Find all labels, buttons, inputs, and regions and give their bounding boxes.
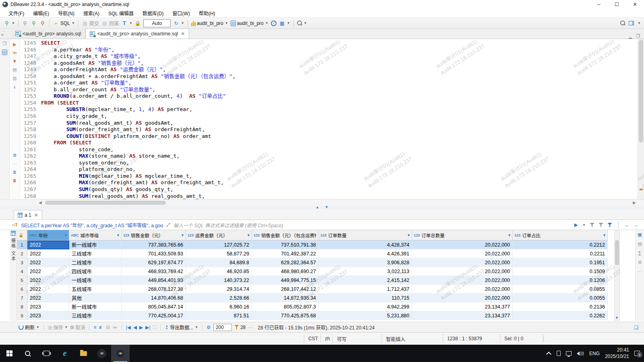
grid-cell[interactable]: 805,052,807.3 — [252, 302, 319, 311]
grid-cell[interactable]: 871.51 — [186, 311, 252, 320]
grid-cell[interactable]: 23,134,377 — [412, 311, 513, 320]
grid-cell[interactable]: 新一线城市 — [69, 302, 122, 311]
execute-script-icon[interactable]: ≫ — [12, 50, 18, 56]
pinned-app-button[interactable] — [93, 345, 111, 362]
code-line[interactable]: 1267 SUM(goods_qty) AS goods_qty_t, — [20, 186, 637, 193]
grid-cell[interactable]: 805,045,847.14 — [122, 302, 186, 311]
side-tab-text[interactable]: 文本 — [10, 251, 17, 261]
refs-panel-icon[interactable]: ⚙ — [637, 259, 643, 265]
grid-cell[interactable]: 20,022,000 — [412, 294, 513, 302]
close-button[interactable]: ✕ — [626, 0, 644, 9]
row-number-cell[interactable]: 1 — [17, 241, 27, 249]
grid-cell[interactable]: 2022 — [27, 276, 69, 285]
grid-cell[interactable]: 1,712,437 — [319, 285, 412, 294]
minimize-view-icon[interactable]: ▁ — [629, 33, 632, 39]
metadata-panel-icon[interactable]: ▤ — [637, 241, 643, 247]
grid-cell[interactable]: 268,078,127.38 — [122, 285, 186, 294]
toolbar-search-button[interactable]: ▼ — [296, 19, 308, 28]
grid-cell[interactable]: 三线城市 — [69, 311, 122, 320]
editor-vertical-scrollbar[interactable] — [638, 39, 644, 199]
internet-explorer-button[interactable]: e — [56, 345, 74, 362]
save-button[interactable]: ◎保存▼ — [48, 324, 68, 331]
grid-cell[interactable]: 0.2262 — [513, 311, 608, 320]
menu-item[interactable]: 编辑(E) — [29, 9, 54, 17]
column-header[interactable]: 123订单总数量▼ — [412, 230, 513, 241]
more-dots-icon[interactable]: ⋯ — [12, 161, 18, 167]
last-page-icon[interactable]: ▶| — [145, 325, 150, 330]
column-header[interactable]: ABC年份▼ — [27, 230, 69, 241]
calc-panel-icon[interactable]: ∑ — [637, 250, 643, 256]
filter-dropdown-icon[interactable]: ▼ — [314, 233, 317, 237]
code-line[interactable]: 1256 city_grade_t, — [20, 113, 637, 120]
maximize-button[interactable]: ☐ — [608, 0, 626, 9]
grid-cell[interactable]: 20,022,000 — [412, 241, 513, 249]
grid-cell[interactable]: 468,933,769.42 — [122, 267, 186, 276]
row-number-cell[interactable]: 4 — [17, 267, 27, 276]
code-line[interactable]: 1263 system_order_no, — [20, 160, 637, 167]
code-line[interactable]: 1251 a.order_amt AS "订单数量", — [20, 80, 637, 86]
filter-dropdown-icon[interactable]: ▼ — [181, 233, 184, 237]
grid-cell[interactable]: 0.2136 — [513, 302, 608, 311]
code-line[interactable]: 1247 a.city_grade_t AS "城市等级", — [20, 53, 637, 60]
fetch-size-input[interactable]: 200 — [213, 324, 232, 331]
grid-cell[interactable]: 770,425,004.17 — [122, 311, 186, 320]
grid-cell[interactable]: 20,022,000 — [412, 258, 513, 267]
fetch-page-icon[interactable]: ⛶ — [153, 325, 156, 330]
scrollbar-thumb[interactable] — [639, 40, 643, 142]
explain-plan-icon[interactable]: ▼ — [12, 58, 18, 64]
cancel-button[interactable]: ⊠取消 — [70, 324, 85, 331]
code-line[interactable]: 1261 store_code, — [20, 146, 637, 153]
settings-gear-icon[interactable]: ⚙ — [12, 152, 18, 158]
lock-button[interactable]: 🔒 — [134, 19, 142, 28]
expand-filter-icon[interactable]: ⤢ — [166, 222, 170, 228]
row-number-cell[interactable]: 5 — [17, 276, 27, 285]
filter-dropdown-icon[interactable]: ▼ — [116, 233, 120, 237]
editor-horizontal-scrollbar[interactable]: ◀ ▶ — [0, 199, 644, 206]
prev-page-icon[interactable]: ◀ — [133, 325, 137, 330]
restore-panel-icon[interactable]: ❐ — [2, 41, 8, 46]
code-area[interactable]: 1245SELECT1246 a.perYear AS "年份",1247 a.… — [20, 40, 637, 199]
row-number-cell[interactable]: 8 — [17, 302, 27, 311]
grid-cell[interactable]: 2022 — [27, 241, 69, 249]
column-header[interactable]: 123运费金额（元）▼ — [186, 230, 252, 241]
grid-cell[interactable]: 0.1951 — [513, 258, 608, 267]
grid-cell[interactable]: 110,715 — [319, 294, 412, 302]
task-view-button[interactable] — [37, 345, 56, 362]
database-selector[interactable]: audit_bi_pro▼ — [229, 19, 270, 28]
menu-item[interactable]: 帮助(H) — [194, 9, 220, 17]
grid-cell[interactable]: 二线城市 — [69, 258, 122, 267]
duplicate-row-icon[interactable]: ≢ — [99, 325, 103, 330]
grid-cell[interactable]: 20,022,000 — [412, 276, 513, 285]
grid-cell[interactable]: 737,510,791.38 — [252, 241, 319, 249]
perspective-icon[interactable] — [629, 21, 634, 25]
row-number-cell[interactable]: 3 — [17, 258, 27, 267]
row-number-cell[interactable]: 2 — [17, 249, 27, 258]
database-navigator-icon[interactable] — [2, 49, 8, 55]
value-viewer-icon[interactable]: ▦ — [637, 232, 643, 237]
action-center-icon[interactable]: 1 — [634, 351, 640, 356]
scroll-left-icon[interactable]: ◀ — [39, 200, 42, 205]
scroll-right-icon[interactable]: ▶ — [633, 200, 636, 205]
grid-cell[interactable]: 629,282,364.57 — [252, 258, 319, 267]
code-line[interactable]: 1254FROM (SELECT — [20, 100, 637, 107]
tab-close-icon[interactable]: ✕ — [181, 31, 185, 37]
grid-cell[interactable]: 四线城市 — [69, 267, 122, 276]
tab-analysis-sql[interactable]: <audit_bi_pro> analysis.sql — [11, 29, 85, 39]
grid-settings-gear-icon[interactable]: ⚙ — [206, 325, 211, 330]
transaction-log-button[interactable]: T▼ — [120, 19, 134, 28]
grid-cell[interactable]: 701,433,509.93 — [122, 249, 186, 258]
code-line[interactable]: 1262 MAX(store_name) AS store_name_t, — [20, 153, 637, 160]
connection-selector[interactable]: audit_bi_pro▼ — [190, 19, 229, 28]
clear-filter-icon[interactable] — [590, 223, 594, 227]
grid-cell[interactable]: 84,689.8 — [186, 258, 252, 267]
export-result-icon[interactable]: ⤓ — [12, 84, 18, 89]
chevron-down-icon[interactable]: ▼ — [638, 21, 641, 25]
more-dots-icon[interactable]: ··· — [248, 325, 253, 330]
grid-cell[interactable]: 46,920.85 — [186, 267, 252, 276]
dashboard-button[interactable] — [270, 19, 278, 28]
connect-button[interactable]: ⚲ — [21, 19, 29, 28]
execute-sql-icon[interactable]: ▶ — [12, 41, 18, 47]
results-tab[interactable]: a 1 ✕ — [14, 210, 42, 220]
grid-cell[interactable]: 14,870,406.68 — [122, 294, 186, 302]
grid-cell[interactable]: 23,134,377 — [412, 302, 513, 311]
